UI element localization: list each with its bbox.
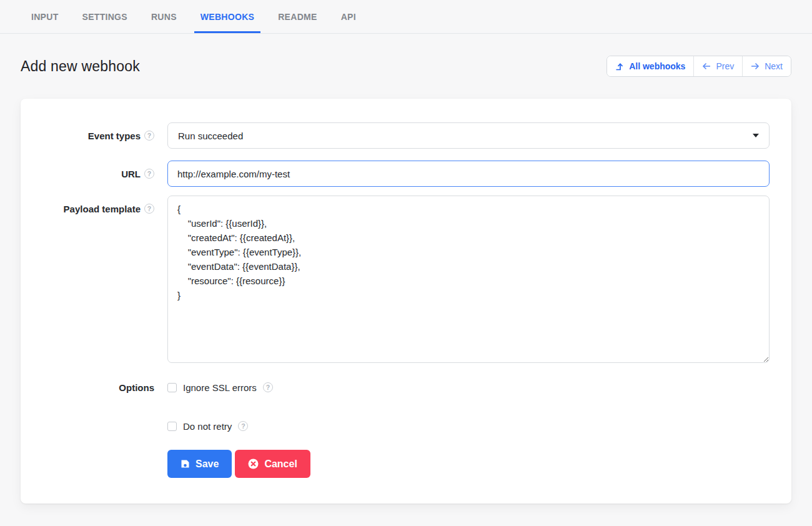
tab-runs[interactable]: RUNS: [145, 0, 183, 33]
url-label: URL: [121, 169, 141, 179]
form-row-url: URL: [21, 161, 770, 187]
form-row-options: Options Ignore SSL errors Do not retry: [21, 380, 770, 433]
arrow-up-back-icon: [615, 62, 624, 71]
tab-settings[interactable]: SETTINGS: [76, 0, 134, 33]
save-button[interactable]: Save: [167, 450, 232, 478]
chevron-down-icon: [753, 134, 759, 137]
all-webhooks-label: All webhooks: [629, 61, 685, 71]
next-button[interactable]: Next: [742, 56, 791, 76]
do-not-retry-checkbox[interactable]: [167, 422, 177, 431]
form-row-payload-template: Payload template { "userId": {{userId}},…: [21, 196, 770, 363]
form-row-actions: Save Cancel: [21, 450, 770, 478]
options-label: Options: [119, 382, 154, 393]
event-types-label: Event types: [88, 131, 141, 141]
tab-readme[interactable]: README: [272, 0, 323, 33]
save-icon: [181, 459, 190, 469]
cancel-x-icon: [248, 459, 259, 469]
prev-label: Prev: [716, 61, 734, 71]
event-types-selected-value: Run succeeded: [178, 131, 243, 141]
tab-input[interactable]: INPUT: [25, 0, 65, 33]
arrow-right-icon: [751, 62, 760, 70]
webhook-form-card: Event types Run succeeded URL Payload te…: [21, 99, 791, 504]
tab-bar: INPUT SETTINGS RUNS WEBHOOKS README API: [0, 0, 812, 34]
help-icon[interactable]: [238, 421, 248, 431]
prev-button[interactable]: Prev: [693, 56, 742, 76]
page-title: Add new webhook: [21, 58, 140, 75]
url-input[interactable]: [167, 161, 770, 187]
payload-template-label: Payload template: [64, 204, 141, 214]
form-row-event-types: Event types Run succeeded: [21, 122, 770, 149]
ignore-ssl-errors-checkbox[interactable]: [167, 383, 177, 392]
ignore-ssl-errors-label[interactable]: Ignore SSL errors: [183, 382, 257, 393]
arrow-left-icon: [702, 62, 711, 70]
help-icon[interactable]: [263, 382, 273, 392]
cancel-button[interactable]: Cancel: [235, 450, 310, 478]
cancel-label: Cancel: [264, 459, 297, 470]
do-not-retry-label[interactable]: Do not retry: [183, 421, 232, 432]
event-types-select[interactable]: Run succeeded: [167, 122, 770, 149]
all-webhooks-button[interactable]: All webhooks: [607, 56, 693, 76]
page-header: Add new webhook All webhooks Prev: [0, 34, 812, 99]
help-icon[interactable]: [144, 204, 154, 214]
save-label: Save: [196, 459, 219, 470]
help-icon[interactable]: [144, 169, 154, 179]
webhook-nav-button-group: All webhooks Prev Next: [607, 56, 791, 77]
do-not-retry-option: Do not retry: [167, 419, 770, 433]
ignore-ssl-errors-option: Ignore SSL errors: [167, 380, 770, 394]
payload-template-textarea[interactable]: { "userId": {{userId}}, "createdAt": {{c…: [167, 196, 770, 363]
help-icon[interactable]: [144, 131, 154, 141]
next-label: Next: [765, 61, 783, 71]
tab-api[interactable]: API: [335, 0, 362, 33]
tab-webhooks[interactable]: WEBHOOKS: [194, 0, 260, 33]
